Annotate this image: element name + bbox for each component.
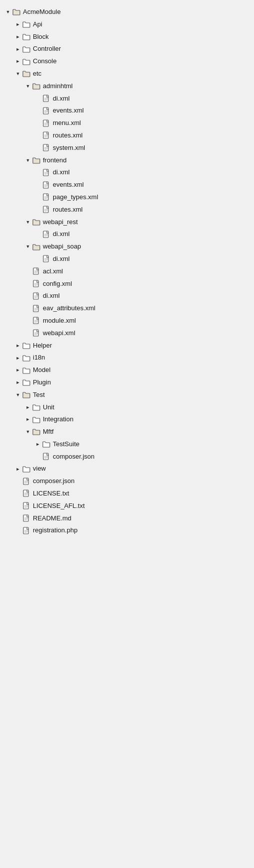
- tree-item-adminhtml-routes[interactable]: routes.xml: [0, 129, 254, 142]
- tree-item-test[interactable]: Test: [0, 389, 254, 401]
- svg-rect-60: [33, 317, 38, 324]
- file-icon: [42, 453, 51, 461]
- arrow-collapsed-icon[interactable]: [24, 403, 32, 411]
- folder-icon: [22, 58, 31, 66]
- arrow-expanded-icon[interactable]: [24, 243, 32, 251]
- tree-item-controller[interactable]: Controller: [0, 43, 254, 55]
- svg-rect-20: [43, 169, 48, 176]
- tree-item-view[interactable]: view: [0, 463, 254, 475]
- file-label: routes.xml: [53, 130, 83, 141]
- tree-item-mftf-composer[interactable]: composer.json: [0, 451, 254, 463]
- arrow-expanded-icon[interactable]: [24, 428, 32, 436]
- file-label: LICENSE_AFL.txt: [33, 501, 85, 511]
- file-icon: [42, 169, 51, 177]
- tree-item-plugin[interactable]: Plugin: [0, 376, 254, 389]
- arrow-expanded-icon[interactable]: [24, 156, 32, 164]
- file-label: routes.xml: [53, 205, 83, 215]
- arrow-expanded-icon[interactable]: [4, 8, 12, 16]
- svg-rect-48: [33, 280, 38, 287]
- svg-rect-28: [43, 194, 48, 200]
- tree-item-frontend-di[interactable]: di.xml: [0, 166, 254, 179]
- tree-item-block[interactable]: Block: [0, 31, 254, 43]
- tree-item-model[interactable]: Model: [0, 364, 254, 376]
- tree-item-root-license[interactable]: LICENSE.txt: [0, 488, 254, 500]
- svg-rect-16: [43, 144, 48, 151]
- folder-icon: [22, 354, 31, 362]
- folder-label: Api: [33, 19, 42, 30]
- tree-item-adminhtml-system[interactable]: system.xml: [0, 142, 254, 154]
- folder-label: i18n: [33, 353, 45, 363]
- arrow-collapsed-icon[interactable]: [14, 45, 22, 53]
- file-icon: [42, 144, 51, 152]
- file-label: events.xml: [53, 180, 84, 190]
- tree-item-frontend[interactable]: frontend: [0, 154, 254, 167]
- file-label: di.xml: [53, 94, 70, 104]
- tree-item-mftf[interactable]: Mftf: [0, 426, 254, 438]
- tree-item-testsuite[interactable]: TestSuite: [0, 438, 254, 451]
- tree-item-etc-webapi[interactable]: webapi.xml: [0, 327, 254, 340]
- tree-item-adminhtml[interactable]: adminhtml: [0, 80, 254, 93]
- folder-icon: [32, 428, 41, 436]
- tree-item-integration[interactable]: Integration: [0, 413, 254, 426]
- svg-rect-12: [43, 132, 48, 138]
- arrow-collapsed-icon[interactable]: [14, 20, 22, 28]
- tree-item-api[interactable]: Api: [0, 18, 254, 31]
- arrow-collapsed-icon[interactable]: [34, 440, 42, 448]
- tree-item-etc-module[interactable]: module.xml: [0, 315, 254, 327]
- file-label: di.xml: [43, 291, 60, 301]
- file-icon: [22, 502, 31, 510]
- tree-item-root-readme[interactable]: README.md: [0, 512, 254, 525]
- folder-label: AcmeModule: [23, 7, 61, 17]
- tree-item-etc-di[interactable]: di.xml: [0, 290, 254, 302]
- arrow-collapsed-icon[interactable]: [14, 378, 22, 386]
- folder-label: TestSuite: [53, 439, 79, 450]
- svg-rect-52: [33, 293, 38, 299]
- tree-item-root-registration[interactable]: registration.php: [0, 524, 254, 537]
- arrow-collapsed-icon[interactable]: [14, 33, 22, 41]
- arrow-collapsed-icon[interactable]: [14, 342, 22, 350]
- tree-item-root-composer[interactable]: composer.json: [0, 475, 254, 488]
- tree-item-frontend-routes[interactable]: routes.xml: [0, 204, 254, 216]
- tree-item-webapi_soap[interactable]: webapi_soap: [0, 241, 254, 253]
- tree-item-etc[interactable]: etc: [0, 68, 254, 80]
- tree-item-acmemodule[interactable]: AcmeModule: [0, 6, 254, 18]
- folder-label: Unit: [43, 402, 54, 413]
- file-label: events.xml: [53, 106, 84, 116]
- arrow-expanded-icon[interactable]: [14, 391, 22, 399]
- tree-item-etc-acl[interactable]: acl.xml: [0, 265, 254, 278]
- arrow-collapsed-icon[interactable]: [14, 367, 22, 374]
- folder-label: frontend: [43, 155, 67, 166]
- tree-item-etc-config[interactable]: config.xml: [0, 278, 254, 290]
- tree-item-webapi_soap-di[interactable]: di.xml: [0, 253, 254, 265]
- tree-item-adminhtml-di[interactable]: di.xml: [0, 93, 254, 105]
- arrow-expanded-icon[interactable]: [24, 82, 32, 90]
- tree-item-adminhtml-events[interactable]: events.xml: [0, 105, 254, 117]
- tree-item-i18n[interactable]: i18n: [0, 352, 254, 364]
- file-label: composer.json: [53, 452, 95, 462]
- file-icon: [22, 514, 31, 522]
- arrow-collapsed-icon[interactable]: [14, 58, 22, 66]
- tree-item-webapi_rest-di[interactable]: di.xml: [0, 228, 254, 241]
- tree-item-frontend-events[interactable]: events.xml: [0, 179, 254, 191]
- arrow-collapsed-icon[interactable]: [24, 416, 32, 424]
- arrow-expanded-icon[interactable]: [14, 70, 22, 78]
- arrow-collapsed-icon[interactable]: [14, 354, 22, 362]
- folder-icon: [22, 45, 31, 53]
- svg-rect-8: [43, 120, 48, 126]
- folder-label: Controller: [33, 44, 61, 54]
- tree-item-unit[interactable]: Unit: [0, 401, 254, 414]
- tree-item-adminhtml-menu[interactable]: menu.xml: [0, 117, 254, 129]
- tree-item-frontend-page_types[interactable]: page_types.xml: [0, 191, 254, 204]
- folder-icon: [22, 378, 31, 386]
- folder-icon: [32, 82, 41, 90]
- folder-icon: [32, 416, 41, 424]
- tree-item-helper[interactable]: Helper: [0, 340, 254, 352]
- file-label: di.xml: [53, 167, 70, 178]
- tree-item-webapi_rest[interactable]: webapi_rest: [0, 216, 254, 229]
- arrow-expanded-icon[interactable]: [24, 218, 32, 226]
- tree-item-root-license-afl[interactable]: LICENSE_AFL.txt: [0, 500, 254, 512]
- arrow-collapsed-icon[interactable]: [14, 465, 22, 473]
- tree-item-etc-eav[interactable]: eav_attributes.xml: [0, 302, 254, 315]
- tree-item-console[interactable]: Console: [0, 55, 254, 68]
- folder-icon: [42, 440, 51, 448]
